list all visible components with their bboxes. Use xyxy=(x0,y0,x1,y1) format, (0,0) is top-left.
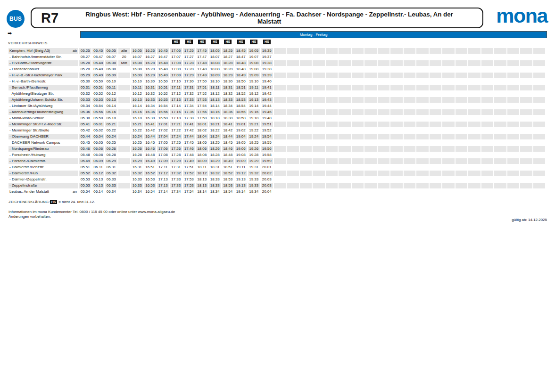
empty-cell xyxy=(456,122,468,127)
time-cell: 17.49 xyxy=(196,73,208,78)
empty-cell xyxy=(378,60,390,66)
time-cell: 06.02 xyxy=(92,128,105,133)
ab-an-label: an xyxy=(73,189,78,195)
empty-cell xyxy=(507,164,520,170)
empty-cell xyxy=(481,134,494,139)
empty-cell xyxy=(416,158,429,164)
empty-cell xyxy=(326,158,338,164)
empty-cell xyxy=(300,128,312,133)
empty-cell xyxy=(520,85,532,90)
empty-cell xyxy=(442,85,455,90)
time-cell: 16.52 xyxy=(144,171,157,176)
empty-cell xyxy=(339,85,351,90)
empty-cell xyxy=(390,115,403,121)
time-cell: 19.34 xyxy=(248,189,260,195)
empty-cell xyxy=(481,73,494,78)
time-cell: 19.02 xyxy=(235,128,247,133)
empty-cell xyxy=(339,103,351,109)
empty-cell xyxy=(378,91,390,97)
empty-cell xyxy=(313,66,325,72)
stop-name: - Daimler-/Zeppelinstr. xyxy=(9,177,47,182)
frequency-cell xyxy=(118,158,131,164)
empty-cell xyxy=(326,109,338,115)
time-cell: 16.05 xyxy=(131,48,143,54)
time-cell: 06.11 xyxy=(105,85,117,90)
empty-cell xyxy=(364,103,377,109)
time-cell: 19.42 xyxy=(261,91,273,97)
empty-cell xyxy=(352,91,364,97)
time-cell: 05.53 xyxy=(79,177,91,182)
empty-cell xyxy=(352,109,364,115)
time-cell: 06.28 xyxy=(105,152,117,158)
empty-cell xyxy=(300,103,312,109)
empty-cell xyxy=(313,128,325,133)
empty-cell xyxy=(274,73,286,78)
empty-cell xyxy=(468,189,480,195)
time-cell: 16.22 xyxy=(131,128,143,133)
time-cell: 16.27 xyxy=(144,54,157,60)
empty-cell xyxy=(404,128,416,133)
empty-cell xyxy=(494,122,506,127)
empty-cell xyxy=(520,73,532,78)
time-cell: 19.59 xyxy=(261,158,273,164)
frequency-cell xyxy=(118,103,131,109)
empty-cell xyxy=(339,183,351,188)
empty-cell xyxy=(326,54,338,60)
time-cell: 16.50 xyxy=(157,79,169,84)
empty-cell xyxy=(390,146,403,152)
empty-cell xyxy=(430,164,442,170)
ab-an-label xyxy=(77,91,78,97)
empty-cell xyxy=(494,48,506,54)
time-cell: 16.51 xyxy=(144,164,157,170)
time-cell: 16.36 xyxy=(144,109,157,115)
time-cell: 17.05 xyxy=(170,48,182,54)
empty-cell xyxy=(352,73,364,78)
time-cell: 19.26 xyxy=(248,146,260,152)
table-row: - Bahnhofstr./Immenstädter Str.05.2705.4… xyxy=(8,54,545,60)
time-cell: 05.53 xyxy=(79,183,91,188)
time-cell: 16.47 xyxy=(157,54,169,60)
time-cell: 17.31 xyxy=(183,85,195,90)
empty-cell xyxy=(468,73,480,78)
time-cell: 19.12 xyxy=(235,171,247,176)
stop-name-cell: - Oberwang DACHSER xyxy=(8,134,78,139)
empty-cell xyxy=(416,134,429,139)
time-cell: 18.07 xyxy=(209,54,221,60)
empty-cell xyxy=(507,73,520,78)
empty-cell xyxy=(404,140,416,146)
empty-cell xyxy=(533,109,546,115)
empty-cell xyxy=(274,79,286,84)
ab-an-label xyxy=(77,97,78,103)
stop-name: - Bahnhofstr./Immenstädter Str. xyxy=(9,54,62,60)
empty-cell xyxy=(442,189,455,195)
stop-name-cell: - Memminger Str./Breite xyxy=(8,128,78,133)
stop-name: - H.-v.-B.-Str./Hoefelmayer Park xyxy=(9,73,62,78)
time-cell: 17.45 xyxy=(196,48,208,54)
empty-cell xyxy=(430,128,442,133)
stop-name-cell: - Nordspange/Riederau xyxy=(8,146,78,152)
empty-cell xyxy=(326,171,338,176)
day-band: Montag - Freitag xyxy=(80,31,547,38)
empty-cell xyxy=(326,177,338,182)
empty-cell xyxy=(326,140,338,146)
empty-cell xyxy=(274,183,286,188)
time-cell: 18.28 xyxy=(209,152,221,158)
empty-cell xyxy=(326,79,338,84)
route-number: R7 xyxy=(41,10,75,26)
frequency-cell xyxy=(118,140,131,146)
empty-cell xyxy=(494,54,506,60)
time-cell: 05.33 xyxy=(79,97,91,103)
time-cell: 17.30 xyxy=(183,79,195,84)
empty-cell xyxy=(326,66,338,72)
time-cell: 16.48 xyxy=(157,66,169,72)
empty-cell xyxy=(456,146,468,152)
frequency-cell: Min xyxy=(118,60,131,66)
time-cell: 16.32 xyxy=(144,91,157,97)
frequency-cell xyxy=(118,109,131,115)
empty-cell xyxy=(494,128,506,133)
empty-cell xyxy=(442,48,455,54)
empty-cell xyxy=(352,158,364,164)
empty-cell xyxy=(430,183,442,188)
empty-cell xyxy=(274,109,286,115)
time-cell: 16.53 xyxy=(157,97,169,103)
